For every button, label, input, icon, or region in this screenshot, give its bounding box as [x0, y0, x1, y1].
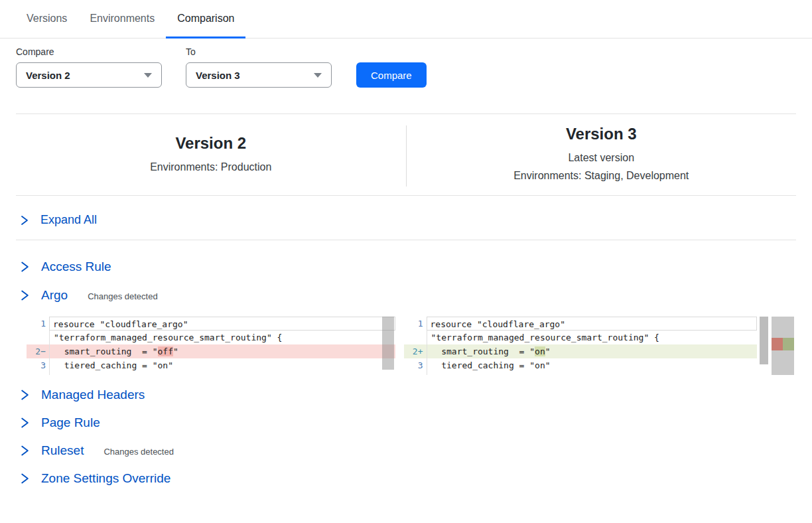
- minimap-added-marker: [783, 338, 794, 350]
- section-label: Argo: [41, 288, 68, 303]
- section-label: Page Rule: [41, 415, 100, 430]
- diff-pane-right: 1 resource "cloudflare_argo" "terraform_…: [404, 317, 794, 375]
- scrollbar[interactable]: [382, 317, 394, 370]
- section-ruleset[interactable]: Ruleset Changes detected: [0, 443, 812, 458]
- section-argo[interactable]: Argo Changes detected: [0, 288, 812, 303]
- version-right-environments: Environments: Staging, Development: [513, 168, 689, 185]
- chevron-right-icon: [20, 471, 29, 486]
- compare-form: Compare Version 2 To Version 3 Compare: [0, 38, 812, 88]
- section-managed-headers[interactable]: Managed Headers: [0, 388, 812, 402]
- changes-detected-badge: Changes detected: [88, 291, 158, 301]
- chevron-right-icon: [20, 288, 29, 303]
- version-left-title: Version 2: [175, 134, 246, 153]
- expand-all-label: Expand All: [40, 213, 97, 227]
- section-label: Managed Headers: [41, 388, 145, 402]
- added-token: on: [535, 346, 545, 356]
- chevron-down-icon: [144, 73, 152, 78]
- section-access-rule[interactable]: Access Rule: [0, 260, 812, 274]
- expand-all[interactable]: Expand All: [0, 196, 812, 227]
- chevron-right-icon: [20, 415, 29, 430]
- to-label: To: [186, 46, 332, 57]
- changes-detected-badge: Changes detected: [103, 447, 174, 457]
- argo-diff-viewer: 1 resource "cloudflare_argo" "terraform_…: [27, 317, 794, 375]
- tab-bar: Versions Environments Comparison: [0, 0, 812, 38]
- version-headers: Version 2 Environments: Production Versi…: [0, 114, 812, 195]
- diff-line: 1 resource "cloudflare_argo": [404, 317, 757, 331]
- version-right-subtitle: Latest version: [568, 150, 634, 167]
- version-right-title: Version 3: [566, 125, 637, 143]
- compare-button[interactable]: Compare: [356, 62, 427, 88]
- section-zone-settings-override[interactable]: Zone Settings Override: [0, 471, 812, 486]
- tab-versions[interactable]: Versions: [15, 0, 78, 38]
- diff-line-removed: 2− smart_routing = "off": [27, 344, 395, 358]
- version-left-header: Version 2 Environments: Production: [16, 114, 406, 195]
- section-label: Zone Settings Override: [41, 471, 170, 486]
- section-page-rule[interactable]: Page Rule: [0, 415, 812, 430]
- diff-line: 3 tiered_caching = "on": [404, 358, 757, 372]
- diff-line: 1 resource "cloudflare_argo": [27, 317, 395, 331]
- chevron-right-icon: [20, 443, 29, 458]
- section-label: Ruleset: [41, 443, 84, 458]
- chevron-down-icon: [314, 73, 322, 78]
- diff-minimap[interactable]: [772, 317, 794, 375]
- removed-token: off: [158, 346, 173, 356]
- chevron-right-icon: [20, 214, 29, 227]
- scrollbar[interactable]: [760, 317, 768, 364]
- minimap-removed-marker: [772, 338, 783, 350]
- diff-line: }: [27, 372, 395, 375]
- diff-line: "terraform_managed_resource_smart_routin…: [27, 331, 395, 344]
- section-label: Access Rule: [41, 260, 111, 274]
- diff-line: }: [404, 372, 757, 375]
- compare-to-select[interactable]: Version 3: [186, 62, 332, 88]
- version-left-environments: Environments: Production: [150, 159, 271, 176]
- diff-line: "terraform_managed_resource_smart_routin…: [404, 331, 757, 344]
- chevron-right-icon: [20, 260, 29, 274]
- compare-label: Compare: [16, 46, 162, 57]
- diff-line-added: 2+ smart_routing = "on": [404, 344, 757, 358]
- chevron-right-icon: [20, 388, 29, 402]
- tab-environments[interactable]: Environments: [78, 0, 166, 38]
- diff-line: 3 tiered_caching = "on": [27, 358, 395, 372]
- tab-comparison[interactable]: Comparison: [166, 0, 245, 38]
- compare-from-select[interactable]: Version 2: [16, 62, 162, 88]
- compare-to-value: Version 3: [196, 70, 240, 81]
- diff-pane-left: 1 resource "cloudflare_argo" "terraform_…: [27, 317, 395, 375]
- compare-from-value: Version 2: [26, 70, 70, 81]
- divider: [16, 240, 796, 240]
- version-right-header: Version 3 Latest version Environments: S…: [407, 114, 797, 195]
